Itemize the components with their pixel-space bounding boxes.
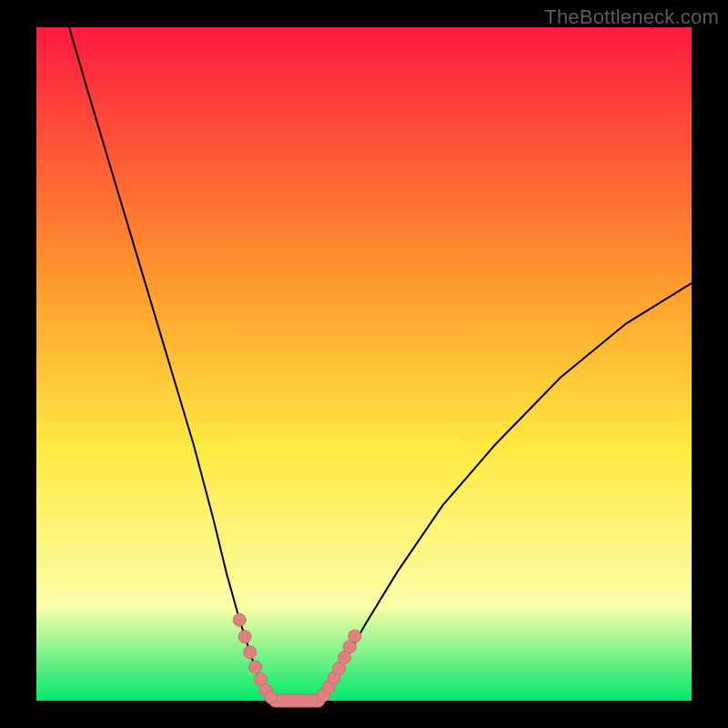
curve-marker [265, 691, 278, 703]
curve-marker [244, 646, 257, 659]
chart-frame: { "watermark": "TheBottleneck.com", "col… [0, 0, 728, 728]
curve-marker [233, 613, 246, 626]
curve-marker [349, 630, 361, 642]
curve-marker [238, 631, 251, 643]
watermark-text: TheBottleneck.com [544, 5, 719, 29]
curve-marker [249, 661, 262, 673]
plot-background [36, 27, 692, 701]
bottleneck-chart [0, 0, 728, 728]
